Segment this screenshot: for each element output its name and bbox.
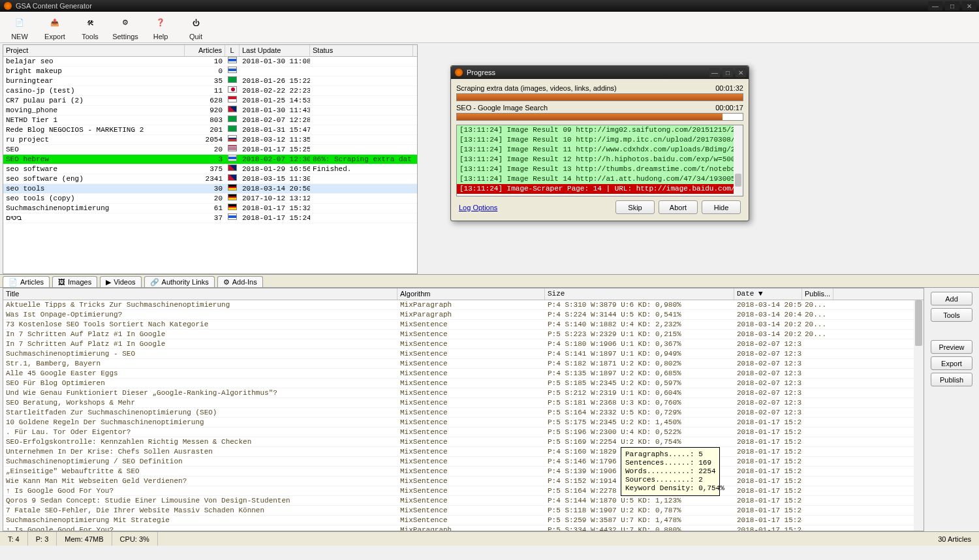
article-row[interactable]: Unternehmen In Der Krise: Chefs Sollen A… <box>3 447 924 457</box>
article-row[interactable]: Startleitfaden Zur Suchmaschinenoptimier… <box>3 408 924 418</box>
project-row[interactable]: SEO202018-01-17 15:25 <box>3 145 417 155</box>
tab-authority[interactable]: 🔗Authority Links <box>144 276 215 287</box>
article-scrollbar[interactable] <box>914 300 924 531</box>
hdr-title[interactable]: Title <box>3 288 397 300</box>
quit-button[interactable]: ⏻Quit <box>179 13 213 41</box>
article-row[interactable]: Aktuelle Tipps & Tricks Zur Suchmaschine… <box>3 300 924 310</box>
add-button[interactable]: Add <box>931 292 972 305</box>
project-row[interactable]: bright makeup0 <box>3 67 417 76</box>
settings-button-icon: ⚙ <box>117 14 134 31</box>
maximize-button[interactable]: □ <box>945 1 959 10</box>
tools-button-side[interactable]: Tools <box>931 308 972 322</box>
export-button-side[interactable]: Export <box>931 356 972 370</box>
article-row[interactable]: Wie Kann Man Mit Webseiten Geld Verdiene… <box>3 476 924 486</box>
progress-title: Progress <box>467 69 495 76</box>
article-row[interactable]: Und Wie Genau Funktioniert Dieser „Googl… <box>3 388 924 398</box>
article-row[interactable]: SEO Für Blog OptimierenMixSentenceP:5 S:… <box>3 379 924 388</box>
article-row[interactable]: Suchmaschinenoptimierung - SEOMixSentenc… <box>3 349 924 359</box>
project-row[interactable]: Suchmaschinenoptimierung612018-01-17 15:… <box>3 204 417 213</box>
project-row[interactable]: seo software (eng)23412018-03-15 11:30 <box>3 174 417 184</box>
article-row[interactable]: 73 Kostenlose SEO Tools Sortiert Nach Ka… <box>3 320 924 330</box>
settings-button-label: Settings <box>112 33 138 40</box>
settings-button[interactable]: ⚙Settings <box>108 13 142 41</box>
progress-close[interactable]: ✕ <box>736 68 746 77</box>
article-table[interactable]: Title Algorithm Size Date ▼ Publis... Ak… <box>3 288 924 531</box>
preview-button[interactable]: Preview <box>931 340 972 354</box>
progress-dialog[interactable]: Progress — □ ✕ Scraping extra data (imag… <box>450 65 749 221</box>
hdr-status[interactable]: Status <box>310 45 413 56</box>
log-options-link[interactable]: Log Options <box>459 204 497 211</box>
new-button[interactable]: 📄NEW <box>3 13 37 41</box>
project-row[interactable]: seo software3752018-01-29 16:56Finished. <box>3 164 417 174</box>
article-row[interactable]: Suchmaschinenoptimierung / SEO Definitio… <box>3 457 924 467</box>
status-t: T: 4 <box>0 532 28 546</box>
hdr-date[interactable]: Date ▼ <box>734 288 802 300</box>
project-row[interactable]: seo tools302018-03-14 20:50 <box>3 184 417 194</box>
project-row[interactable]: Rede Blog NEGOCIOS - MARKETING 22012018-… <box>3 125 417 135</box>
help-button-label: Help <box>153 33 168 40</box>
project-row[interactable]: seo tools (copy)202017-10-12 13:12 <box>3 194 417 204</box>
article-row[interactable]: SEO Beratung, Workshops & MehrMixSentenc… <box>3 398 924 408</box>
article-row[interactable]: 7 Fatale SEO-Fehler, Die Ihrer Website M… <box>3 506 924 516</box>
article-row[interactable]: Was Ist Onpage-Optimierung?MixParagraphP… <box>3 310 924 320</box>
hdr-project[interactable]: Project <box>3 45 185 56</box>
article-row[interactable]: Str.1, Bamberg, BayernMixSentenceP:4 S:1… <box>3 359 924 369</box>
project-row[interactable]: SEO hebrew32018-02-07 12:3086%: Scraping… <box>3 155 417 164</box>
abort-button[interactable]: Abort <box>659 200 698 214</box>
article-row[interactable]: Qoros 9 Sedan Concept: Studie Einer Limo… <box>3 496 924 506</box>
log-line-active: [13:11:24] Image-Scraper Page: 14 | URL:… <box>457 184 743 194</box>
skip-button[interactable]: Skip <box>615 200 655 214</box>
article-row[interactable]: Suchmaschinenoptimierung Mit StrategieMi… <box>3 516 924 525</box>
quit-button-icon: ⏻ <box>187 14 204 31</box>
article-row[interactable]: ↑ Is Google Good For You?MixSentenceP:5 … <box>3 486 924 496</box>
project-row[interactable]: burningtear352018-01-26 15:22 <box>3 76 417 86</box>
progress-bar-2 <box>456 113 743 121</box>
project-row[interactable]: ביטים372018-01-17 15:24 <box>3 213 417 223</box>
project-row[interactable]: CR7 pulau pari (2)6282018-01-25 14:53 <box>3 96 417 106</box>
article-row[interactable]: . Für Lau. Tor Oder Eigentor?MixSentence… <box>3 428 924 437</box>
flag-icon <box>228 155 237 161</box>
article-row[interactable]: Alle 45 Google Easter EggsMixSentenceP:4… <box>3 369 924 379</box>
progress-max[interactable]: □ <box>723 68 733 77</box>
tools-button[interactable]: 🛠Tools <box>73 13 107 41</box>
minimize-button[interactable]: — <box>928 1 942 10</box>
flag-icon <box>228 125 237 132</box>
article-row[interactable]: ↑ Is Google Good For You?MixParagraphP:5… <box>3 525 924 531</box>
hdr-algo[interactable]: Algorithm <box>397 288 545 300</box>
tab-articles[interactable]: 📄Articles <box>3 276 50 287</box>
project-row[interactable]: NETHD Tier 18032018-02-07 12:28 <box>3 116 417 125</box>
hide-button[interactable]: Hide <box>702 200 741 214</box>
hdr-update[interactable]: Last Update <box>240 45 310 56</box>
project-row[interactable]: casino-jp (test)112018-02-22 22:23 <box>3 86 417 96</box>
hdr-size[interactable]: Size <box>545 288 734 300</box>
article-row[interactable]: SEO-Erfolgskontrolle: Kennzahlen Richtig… <box>3 437 924 447</box>
side-buttons: Add Tools Preview Export Publish <box>924 288 979 531</box>
hdr-pub[interactable]: Publis... <box>802 288 833 300</box>
status-mem: Mem: 47MB <box>57 532 112 546</box>
article-row[interactable]: In 7 Schritten Auf Platz #1 In GoogleMix… <box>3 339 924 349</box>
article-row[interactable]: „Einseitige" Webauftritte & SEOMixSenten… <box>3 467 924 476</box>
log-scrollbar[interactable] <box>734 125 743 196</box>
project-table[interactable]: Project Articles L Last Update Status be… <box>3 44 418 274</box>
export-button[interactable]: 📤Export <box>38 13 72 41</box>
hdr-articles[interactable]: Articles <box>185 45 225 56</box>
close-button[interactable]: ✕ <box>962 1 976 10</box>
project-row[interactable]: ru project20542018-03-12 11:35 <box>3 135 417 145</box>
publish-button[interactable]: Publish <box>931 373 972 386</box>
progress-log[interactable]: [13:11:24] Image Result 09 http://img02.… <box>456 125 743 196</box>
help-button[interactable]: ❓Help <box>144 13 178 41</box>
project-row[interactable]: belajar seo102018-01-30 11:08 <box>3 57 417 67</box>
tab-addins-label: Add-Ins <box>232 278 257 286</box>
flag-icon <box>228 174 237 181</box>
article-row[interactable]: 10 Goldene Regeln Der Suchmaschinenoptim… <box>3 418 924 428</box>
flag-icon <box>228 57 237 63</box>
article-row[interactable]: In 7 Schritten Auf Platz #1 In GoogleMix… <box>3 330 924 339</box>
tab-images[interactable]: 🖼Images <box>52 276 97 287</box>
progress-min[interactable]: — <box>709 68 720 77</box>
hdr-lang[interactable]: L <box>225 45 240 56</box>
progress-titlebar[interactable]: Progress — □ ✕ <box>451 66 749 79</box>
project-row[interactable]: moving_phone9202018-01-30 11:43 <box>3 106 417 116</box>
flag-icon <box>228 67 237 73</box>
tab-videos[interactable]: ▶Videos <box>100 276 141 287</box>
tab-addins[interactable]: ⚙Add-Ins <box>217 276 263 287</box>
